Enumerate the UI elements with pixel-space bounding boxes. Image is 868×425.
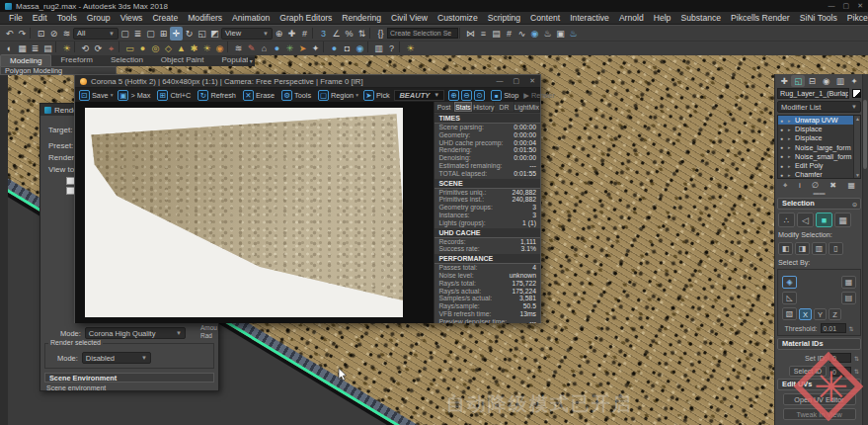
help-icon[interactable]: ? — [385, 42, 398, 55]
use-pivot-center-icon[interactable]: ⊕ — [273, 27, 285, 41]
torus-primitive-icon[interactable]: ◉ — [213, 42, 226, 55]
select-and-link-icon[interactable]: ⊡ — [35, 27, 47, 41]
menu-item[interactable]: Scripting — [483, 13, 525, 23]
modifier-stack-item[interactable]: ● ▸ Unwrap UVW — [778, 116, 860, 125]
selection-filter-select[interactable]: All▼ — [73, 28, 118, 40]
stack-scrollbar[interactable]: ▲ ▼ — [853, 116, 860, 178]
close-button[interactable]: ✕ — [857, 2, 863, 10]
redo-icon[interactable]: ↷ — [16, 27, 29, 41]
ribbon-tab[interactable]: Object Paint — [152, 54, 213, 66]
menu-item[interactable]: Views — [116, 13, 148, 23]
selection-rollout-header[interactable]: Selection⊙ — [777, 198, 861, 210]
render-setup-icon[interactable]: ♨ — [541, 27, 554, 41]
menu-item[interactable]: File — [4, 13, 28, 23]
paint-icon[interactable]: ✎ — [245, 42, 258, 55]
remove-modifier-icon[interactable]: ✖ — [829, 181, 836, 191]
pin-stack-icon[interactable]: ⌖ — [783, 181, 788, 191]
vfb-max-button[interactable]: ▣ > Max — [118, 90, 152, 101]
select-and-move-icon[interactable]: ✛ — [170, 27, 183, 41]
inverse-icon[interactable]: ◘ — [341, 42, 354, 55]
keyboard-override-icon[interactable]: # — [298, 27, 311, 41]
select-overlap-icon[interactable]: ◈ — [782, 276, 797, 289]
modifier-stack-item[interactable]: ● ▸ Noise_large_form — [778, 143, 860, 152]
star-primitive-icon[interactable]: ✱ — [188, 42, 200, 55]
zoom-in-icon[interactable]: ⊕ — [448, 90, 459, 101]
camera-target-icon[interactable]: ⌖ — [105, 42, 118, 55]
layer-manager-icon[interactable]: ▤ — [41, 42, 54, 55]
utilities-tab-icon[interactable]: ✦ — [847, 75, 861, 87]
align-icon[interactable]: ≡ — [477, 27, 490, 41]
vfb-erase-button[interactable]: ✕ Erase — [243, 90, 276, 101]
planar-select-icon[interactable]: ▧ — [782, 307, 797, 320]
vfb-copy-button[interactable]: ⊞ Ctrl+C — [157, 90, 193, 101]
visibility-icon[interactable]: ● — [780, 127, 786, 132]
vfb-minimize-button[interactable]: — — [497, 77, 504, 85]
scatter-icon[interactable]: ✳ — [283, 42, 296, 55]
axis-button[interactable]: X — [799, 308, 812, 320]
menu-item[interactable]: Pikcells Studio — [842, 13, 868, 23]
vfb-titlebar[interactable]: Corona 5 (Hotfix 2) | 640x480px (1:1) | … — [75, 75, 540, 88]
vfb-region-button[interactable]: ▢ Region▾ — [318, 90, 358, 101]
ring-selection-icon[interactable]: ▥ — [812, 242, 827, 255]
expand-icon[interactable]: ▸ — [788, 118, 793, 124]
mirror-icon[interactable]: ⋈ — [464, 27, 477, 41]
threshold-field[interactable]: 0.01 — [821, 323, 846, 333]
undo-icon[interactable]: ↶ — [3, 27, 16, 41]
structure-icon[interactable]: ⌂ — [258, 42, 271, 55]
pointer-icon[interactable]: ➤ — [296, 42, 309, 55]
named-selection-sets-icon[interactable]: {} — [374, 27, 387, 41]
schematic-view-icon[interactable]: # — [503, 27, 515, 41]
cone-primitive-icon[interactable]: ▲ — [175, 42, 188, 55]
render-selected-mode-select[interactable]: Disabled▼ — [82, 352, 151, 364]
vfb-stop-button[interactable]: ■ Stop — [491, 90, 518, 101]
edge-subobject-icon[interactable]: ◁ — [797, 212, 814, 227]
vfb-stats-tab[interactable]: DR — [495, 102, 513, 112]
axis-button[interactable]: Y — [814, 308, 827, 320]
percent-snap-icon[interactable]: % — [343, 27, 355, 41]
visibility-icon[interactable]: ● — [780, 153, 786, 159]
menu-item[interactable]: Customize — [433, 13, 483, 23]
ribbon-tab[interactable]: Freeform — [51, 54, 101, 66]
motion-tab-icon[interactable]: ◉ — [820, 75, 833, 87]
rect-region-icon[interactable]: ▢ — [144, 27, 157, 41]
snaps-toggle-icon[interactable]: 3 — [317, 27, 330, 41]
layer-explorer-icon[interactable]: ▤ — [490, 27, 503, 41]
expand-icon[interactable]: ▸ — [788, 163, 793, 169]
ribbon-tab[interactable]: Modeling — [0, 54, 51, 66]
box-primitive-icon[interactable]: ▭ — [123, 42, 136, 55]
visibility-icon[interactable]: ● — [780, 163, 786, 169]
menu-item[interactable]: Civil View — [386, 13, 433, 23]
visibility-icon[interactable]: ● — [780, 118, 786, 124]
menu-item[interactable]: SiNi Tools — [795, 13, 842, 23]
modifier-list-select[interactable]: Modifier List▼ — [777, 101, 861, 113]
reference-coordinate-select[interactable]: View▼ — [221, 28, 273, 40]
ribbon-tab[interactable]: Selection — [102, 54, 152, 66]
scene-environment-rollout[interactable]: Scene Environment — [44, 373, 214, 382]
axis-button[interactable]: Z — [829, 308, 841, 320]
select-by-name-icon[interactable]: ≣ — [131, 27, 144, 41]
vfb-save-button[interactable]: ⊡ Save▾ — [79, 90, 113, 101]
curve-editor-icon[interactable]: ∿ — [515, 27, 528, 41]
menu-item[interactable]: Substance — [675, 13, 726, 23]
light-icon[interactable]: ☀ — [60, 42, 73, 55]
vfb-maximize-button[interactable]: ▢ — [513, 77, 520, 85]
panel-resize-handle[interactable]: ▬▬ — [777, 191, 861, 196]
planar-angle-icon[interactable]: ◺ — [782, 292, 797, 304]
vfb-pick-button[interactable]: ➤ Pick — [363, 90, 392, 101]
menu-item[interactable]: Group — [82, 13, 116, 23]
vfb-tools-button[interactable]: ⚙ Tools — [281, 90, 313, 101]
ribbon-overflow-button[interactable]: ▾ — [248, 57, 255, 66]
material-editor-icon[interactable]: ◉ — [528, 27, 541, 41]
spline-icon[interactable]: ≋ — [232, 42, 245, 55]
placement-icon[interactable]: ◩ — [208, 27, 221, 41]
visibility-icon[interactable]: ● — [780, 144, 786, 150]
shading-icon[interactable]: ◐ — [3, 42, 16, 55]
redo-view-icon[interactable]: ⟳ — [92, 42, 105, 55]
zoom-fit-icon[interactable]: ⊙ — [474, 90, 485, 101]
configure-modifier-icon[interactable]: ▦ — [847, 181, 855, 191]
menu-item[interactable]: Graph Editors — [275, 13, 337, 23]
spinner-icon[interactable]: ⇅ — [849, 325, 854, 332]
vfb-render-button[interactable]: ▶ Render — [523, 91, 555, 100]
modify-tab-icon[interactable]: ◱ — [791, 75, 805, 87]
select-and-scale-icon[interactable]: ◱ — [196, 27, 208, 41]
